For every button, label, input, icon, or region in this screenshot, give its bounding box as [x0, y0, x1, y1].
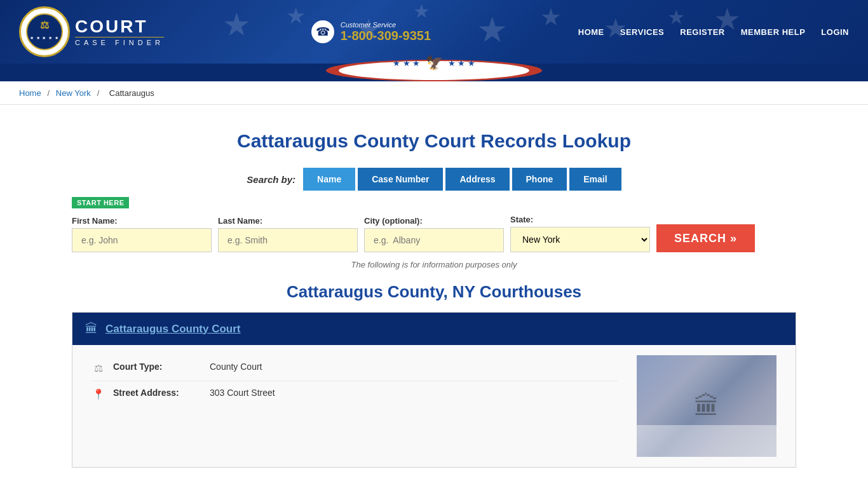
court-type-label: Court Type: [113, 362, 202, 372]
detail-row-court-type: ⚖ Court Type: County Court [92, 355, 618, 381]
gavel-icon: ⚖ [92, 362, 105, 374]
court-type-value: County Court [210, 362, 262, 372]
ribbon-eagle: ★ ★ ★ 🦅 ★ ★ ★ [393, 55, 475, 71]
last-name-group: Last Name: [218, 216, 358, 252]
main-content: Cattaraugus County Court Records Lookup … [53, 105, 815, 488]
search-button[interactable]: SEARCH » [656, 224, 755, 252]
tab-case-number[interactable]: Case Number [358, 168, 443, 191]
city-group: City (optional): [364, 216, 504, 252]
nav-services[interactable]: SERVICES [620, 27, 665, 37]
courthouse-icon: 🏛 [85, 322, 98, 336]
location-icon: 📍 [92, 388, 105, 400]
city-label: City (optional): [364, 216, 504, 226]
info-note: The following is for information purpose… [72, 260, 796, 269]
courthouses-title: Cattaraugus County, NY Courthouses [72, 282, 796, 302]
search-by-label: Search by: [247, 174, 295, 185]
cs-phone[interactable]: 1-800-309-9351 [341, 29, 431, 43]
tab-phone[interactable]: Phone [512, 168, 567, 191]
courthouse-card-body: ⚖ Court Type: County Court 📍 Street Addr… [72, 345, 796, 467]
state-select[interactable]: New York Alabama Alaska Arizona Arkansas… [510, 227, 650, 252]
search-section: Search by: Name Case Number Address Phon… [72, 168, 796, 269]
search-form-wrapper: START HERE First Name: Last Name: City (… [72, 197, 796, 252]
cs-label: Customer Service [341, 21, 431, 29]
detail-row-address: 📍 Street Address: 303 Court Street [92, 381, 618, 407]
last-name-input[interactable] [218, 228, 358, 252]
svg-text:★ ★ ★ ★ ★: ★ ★ ★ ★ ★ [30, 36, 60, 40]
breadcrumb-sep-2: / [97, 88, 102, 98]
search-by-row: Search by: Name Case Number Address Phon… [72, 168, 796, 191]
logo-text: COURT CASE FINDER [75, 18, 164, 46]
breadcrumb-sep-1: / [48, 88, 52, 98]
first-name-input[interactable] [72, 228, 212, 252]
nav-home[interactable]: HOME [578, 27, 604, 37]
nav-member-help[interactable]: MEMBER HELP [741, 27, 806, 37]
nav-login[interactable]: LOGIN [821, 27, 849, 37]
state-label: State: [510, 215, 650, 224]
tab-email[interactable]: Email [569, 168, 621, 191]
breadcrumb-state[interactable]: New York [56, 88, 91, 98]
breadcrumb: Home / New York / Cattaraugus [0, 81, 868, 105]
breadcrumb-county: Cattaraugus [109, 88, 154, 98]
courthouse-card: 🏛 Cattaraugus County Court ⚖ Court Type:… [72, 312, 796, 468]
breadcrumb-home[interactable]: Home [19, 88, 41, 98]
ribbon: ★ ★ ★ 🦅 ★ ★ ★ [0, 64, 868, 81]
state-group: State: New York Alabama Alaska Arizona A… [510, 215, 650, 252]
courthouse-photo [637, 355, 776, 457]
tab-address[interactable]: Address [445, 168, 509, 191]
page-title: Cattaraugus County Court Records Lookup [72, 130, 796, 152]
customer-service: ☎ Customer Service 1-800-309-9351 [311, 20, 431, 43]
logo-circle: ⚖ ★ ★ ★ ★ ★ [19, 6, 70, 57]
svg-text:⚖: ⚖ [40, 20, 50, 30]
nav-register[interactable]: REGISTER [680, 27, 724, 37]
courthouse-details: ⚖ Court Type: County Court 📍 Street Addr… [92, 355, 618, 457]
first-name-group: First Name: [72, 216, 212, 252]
last-name-label: Last Name: [218, 216, 358, 226]
courthouse-image [637, 355, 776, 457]
courthouse-name-link[interactable]: Cattaraugus County Court [105, 323, 241, 336]
search-form: First Name: Last Name: City (optional): … [72, 215, 796, 252]
start-here-badge: START HERE [72, 197, 129, 208]
phone-icon: ☎ [311, 20, 334, 43]
street-address-value: 303 Court Street [210, 388, 275, 398]
tab-name[interactable]: Name [303, 168, 355, 191]
site-header: ★ ★ ★ ★ ★ ★ ★ ★ ★ ⚖ ★ ★ ★ ★ ★ COURT CASE… [0, 0, 868, 81]
logo-icon: ⚖ ★ ★ ★ ★ ★ [25, 13, 64, 51]
logo[interactable]: ⚖ ★ ★ ★ ★ ★ COURT CASE FINDER [19, 6, 164, 57]
city-input[interactable] [364, 228, 504, 252]
main-nav: HOME SERVICES REGISTER MEMBER HELP LOGIN [578, 27, 849, 37]
search-tabs: Name Case Number Address Phone Email [303, 168, 621, 191]
street-address-label: Street Address: [113, 388, 202, 398]
first-name-label: First Name: [72, 216, 212, 226]
courthouse-card-header: 🏛 Cattaraugus County Court [72, 313, 796, 345]
